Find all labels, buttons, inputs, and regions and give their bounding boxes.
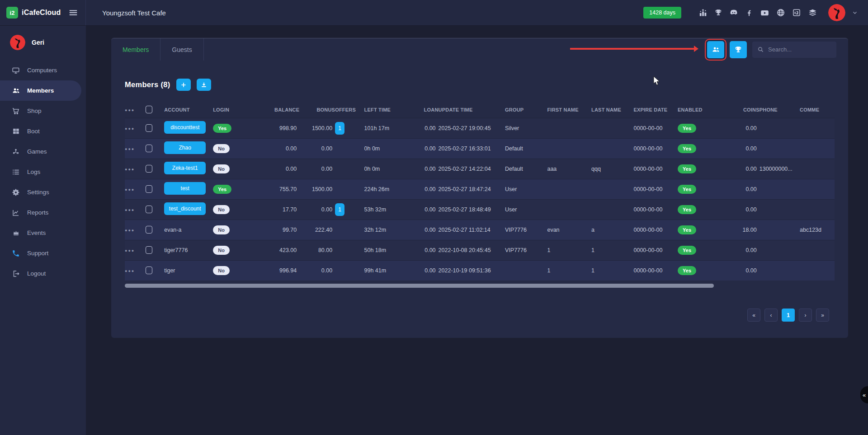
facebook-icon[interactable] bbox=[745, 9, 753, 17]
discord-icon[interactable] bbox=[729, 8, 738, 17]
horizontal-scrollbar[interactable] bbox=[125, 284, 714, 288]
cell-expire_date: 0000-00-00 bbox=[633, 220, 678, 240]
cell-account: test_discount bbox=[164, 199, 213, 220]
title-row: Members (8) bbox=[125, 79, 835, 91]
row-checkbox[interactable] bbox=[146, 165, 152, 173]
row-actions-button[interactable]: ●●● bbox=[125, 208, 135, 212]
sidebar-item-reports[interactable]: Reports bbox=[0, 202, 86, 223]
tab-members[interactable]: Members bbox=[111, 38, 160, 61]
tab-guests[interactable]: Guests bbox=[160, 38, 203, 61]
enabled-badge: Yes bbox=[678, 266, 696, 275]
chevron-down-icon[interactable] bbox=[852, 9, 858, 16]
cell-last_name: 1 bbox=[591, 260, 633, 281]
next-page-button[interactable]: › bbox=[799, 309, 812, 322]
user-avatar[interactable] bbox=[828, 4, 845, 21]
cell-group: Default bbox=[505, 138, 547, 159]
cell-actions: ●●● bbox=[125, 240, 146, 260]
sidebar-item-computers[interactable]: Computers bbox=[0, 60, 86, 80]
sidebar-item-support[interactable]: Support bbox=[0, 243, 86, 263]
row-checkbox[interactable] bbox=[146, 226, 152, 234]
first-page-button[interactable]: « bbox=[747, 309, 760, 322]
sidebar-item-logs[interactable]: Logs bbox=[0, 162, 86, 182]
cell-last_name bbox=[591, 199, 633, 220]
sidebar-item-games[interactable]: Games bbox=[0, 141, 86, 162]
layers-icon[interactable] bbox=[808, 8, 817, 18]
cell-select bbox=[146, 240, 165, 260]
sidebar-item-settings[interactable]: Settings bbox=[0, 182, 86, 202]
account-button[interactable]: test bbox=[164, 182, 206, 195]
cart-icon bbox=[11, 107, 20, 115]
logs-icon bbox=[11, 168, 20, 176]
sidebar-item-events[interactable]: Events bbox=[0, 223, 86, 243]
cell-left_time: 101h 17m bbox=[364, 118, 411, 138]
cell-account: test bbox=[164, 179, 213, 199]
trophy-view-button[interactable] bbox=[730, 41, 747, 58]
cell-loan: 0.00 bbox=[411, 260, 438, 281]
column-header-last_name: LAST NAME bbox=[591, 102, 633, 118]
hamburger-menu-icon[interactable] bbox=[68, 8, 78, 18]
cell-enabled: Yes bbox=[678, 199, 715, 220]
login-status-badge: No bbox=[213, 144, 230, 153]
cell-loan: 0.00 bbox=[411, 138, 438, 159]
offers-badge[interactable]: 1 bbox=[335, 122, 344, 135]
account-button[interactable]: Zhao bbox=[164, 141, 206, 154]
row-actions-button[interactable]: ●●● bbox=[125, 269, 135, 273]
row-actions-button[interactable]: ●●● bbox=[125, 187, 135, 192]
members-icon bbox=[11, 86, 20, 95]
account-button[interactable]: discounttest bbox=[164, 121, 206, 134]
cell-coins: 0.00 bbox=[715, 118, 760, 138]
sidebar-item-shop[interactable]: Shop bbox=[0, 101, 86, 121]
cell-offers: 1 bbox=[335, 199, 364, 220]
members-view-button[interactable] bbox=[707, 41, 724, 58]
row-actions-button[interactable]: ●●● bbox=[125, 147, 135, 151]
games-icon bbox=[11, 148, 20, 156]
cell-comment: abc123d bbox=[800, 220, 835, 240]
row-actions-button[interactable]: ●●● bbox=[125, 228, 135, 233]
cell-enabled: Yes bbox=[678, 179, 715, 199]
cell-account: discounttest bbox=[164, 118, 213, 138]
sidebar-item-members[interactable]: Members bbox=[0, 80, 81, 101]
search-icon bbox=[757, 46, 764, 53]
ranking-icon[interactable] bbox=[698, 8, 708, 17]
page-button-1[interactable]: 1 bbox=[782, 309, 795, 322]
add-member-button[interactable] bbox=[176, 79, 191, 91]
offers-badge[interactable]: 1 bbox=[335, 203, 344, 216]
account-button[interactable]: test_discount bbox=[164, 202, 206, 215]
cell-login: No bbox=[213, 159, 254, 179]
row-checkbox[interactable] bbox=[146, 124, 152, 132]
cell-first_name: evan bbox=[547, 220, 591, 240]
icafe-news-icon[interactable] bbox=[792, 8, 801, 17]
cell-bonus: 0.00 bbox=[299, 260, 335, 281]
sidebar-item-boot[interactable]: Boot bbox=[0, 121, 86, 141]
cell-update_time: 2025-02-27 19:00:45 bbox=[439, 118, 505, 138]
app-logo[interactable]: i2 iCafeCloud bbox=[6, 7, 61, 19]
account-button[interactable]: Zeka-test1 bbox=[164, 162, 206, 174]
cell-update_time: 2025-02-27 18:48:49 bbox=[439, 199, 505, 220]
cell-group: User bbox=[505, 179, 547, 199]
row-actions-button[interactable]: ●●● bbox=[125, 248, 135, 253]
row-checkbox[interactable] bbox=[146, 246, 152, 254]
days-remaining-badge[interactable]: 1428 days bbox=[643, 7, 681, 19]
sidebar-user[interactable]: Geri bbox=[0, 26, 86, 57]
select-all-checkbox[interactable] bbox=[146, 106, 152, 113]
cell-actions: ●●● bbox=[125, 220, 146, 240]
row-checkbox[interactable] bbox=[146, 206, 152, 213]
export-members-button[interactable] bbox=[197, 79, 211, 91]
cell-left_time: 0h 0m bbox=[364, 159, 411, 179]
search-input[interactable] bbox=[768, 46, 831, 53]
table-row: ●●●testYes755.701500.00224h 26m0.002025-… bbox=[125, 179, 835, 199]
cell-offers bbox=[335, 220, 364, 240]
prev-page-button[interactable]: ‹ bbox=[764, 309, 778, 322]
youtube-icon[interactable] bbox=[760, 8, 769, 18]
table-row: ●●●ZhaoNo0.000.000h 0m0.002025-02-27 16:… bbox=[125, 138, 835, 159]
row-actions-button[interactable]: ●●● bbox=[125, 126, 135, 131]
row-checkbox[interactable] bbox=[146, 185, 152, 193]
trophy-icon[interactable] bbox=[714, 9, 722, 17]
row-checkbox[interactable] bbox=[146, 267, 152, 274]
row-checkbox[interactable] bbox=[146, 145, 152, 152]
globe-icon[interactable] bbox=[776, 8, 785, 17]
sidebar-item-logout[interactable]: Logout bbox=[0, 263, 86, 284]
row-actions-button[interactable]: ●●● bbox=[125, 167, 135, 172]
last-page-button[interactable]: » bbox=[816, 309, 829, 322]
cell-select bbox=[146, 179, 165, 199]
